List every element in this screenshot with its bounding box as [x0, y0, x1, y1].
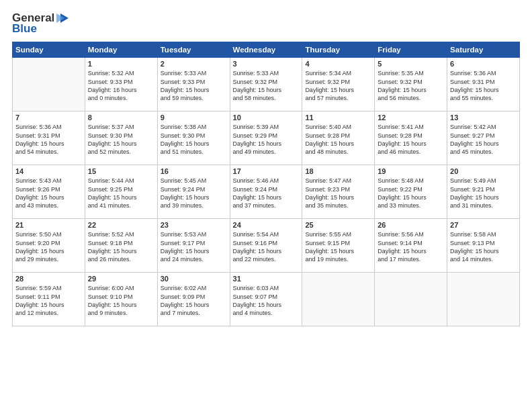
- day-number: 8: [88, 113, 154, 122]
- day-number: 6: [450, 60, 517, 68]
- calendar-cell: 6Sunrise: 5:36 AM Sunset: 9:31 PM Daylig…: [447, 58, 520, 111]
- weekday-header-wednesday: Wednesday: [230, 42, 302, 58]
- day-info: Sunrise: 5:52 AM Sunset: 9:18 PM Dayligh…: [88, 230, 154, 263]
- calendar-cell: 29Sunrise: 6:00 AM Sunset: 9:10 PM Dayli…: [85, 273, 157, 326]
- day-number: 16: [161, 167, 227, 175]
- day-info: Sunrise: 5:36 AM Sunset: 9:31 PM Dayligh…: [450, 69, 517, 102]
- day-info: Sunrise: 5:50 AM Sunset: 9:20 PM Dayligh…: [15, 230, 82, 263]
- logo: General Blue: [12, 12, 70, 35]
- calendar-cell: 17Sunrise: 5:46 AM Sunset: 9:24 PM Dayli…: [230, 165, 302, 219]
- day-number: 27: [450, 221, 517, 229]
- day-info: Sunrise: 5:34 AM Sunset: 9:32 PM Dayligh…: [305, 69, 371, 102]
- day-number: 1: [88, 60, 154, 68]
- day-number: 23: [161, 221, 227, 229]
- day-number: 2: [161, 60, 227, 68]
- day-info: Sunrise: 6:03 AM Sunset: 9:07 PM Dayligh…: [233, 284, 300, 317]
- day-info: Sunrise: 5:41 AM Sunset: 9:28 PM Dayligh…: [378, 123, 444, 156]
- header: General Blue: [12, 12, 520, 35]
- day-info: Sunrise: 5:36 AM Sunset: 9:31 PM Dayligh…: [15, 123, 82, 156]
- day-info: Sunrise: 5:58 AM Sunset: 9:13 PM Dayligh…: [450, 230, 517, 263]
- calendar-cell: [302, 273, 375, 326]
- day-info: Sunrise: 5:37 AM Sunset: 9:30 PM Dayligh…: [88, 123, 154, 156]
- day-number: 18: [305, 167, 371, 175]
- day-number: 4: [305, 60, 371, 68]
- weekday-header-friday: Friday: [375, 42, 447, 58]
- day-info: Sunrise: 5:35 AM Sunset: 9:32 PM Dayligh…: [378, 69, 444, 102]
- day-number: 12: [378, 113, 444, 122]
- day-number: 13: [450, 113, 517, 122]
- day-info: Sunrise: 5:40 AM Sunset: 9:28 PM Dayligh…: [305, 123, 371, 156]
- calendar-cell: 23Sunrise: 5:53 AM Sunset: 9:17 PM Dayli…: [157, 219, 230, 273]
- day-number: 14: [15, 167, 82, 175]
- calendar-cell: 3Sunrise: 5:33 AM Sunset: 9:32 PM Daylig…: [230, 58, 302, 111]
- day-number: 31: [233, 275, 300, 283]
- weekday-header-row: SundayMondayTuesdayWednesdayThursdayFrid…: [13, 42, 520, 58]
- calendar-cell: 2Sunrise: 5:33 AM Sunset: 9:33 PM Daylig…: [157, 58, 230, 111]
- calendar-cell: 22Sunrise: 5:52 AM Sunset: 9:18 PM Dayli…: [85, 219, 157, 273]
- calendar-cell: 24Sunrise: 5:54 AM Sunset: 9:16 PM Dayli…: [230, 219, 302, 273]
- calendar-cell: 10Sunrise: 5:39 AM Sunset: 9:29 PM Dayli…: [230, 111, 302, 165]
- calendar-cell: 31Sunrise: 6:03 AM Sunset: 9:07 PM Dayli…: [230, 273, 302, 326]
- calendar-cell: 12Sunrise: 5:41 AM Sunset: 9:28 PM Dayli…: [375, 111, 447, 165]
- day-number: 22: [88, 221, 154, 229]
- calendar-cell: 8Sunrise: 5:37 AM Sunset: 9:30 PM Daylig…: [85, 111, 157, 165]
- day-info: Sunrise: 5:42 AM Sunset: 9:27 PM Dayligh…: [450, 123, 517, 156]
- calendar-cell: 1Sunrise: 5:32 AM Sunset: 9:33 PM Daylig…: [85, 58, 157, 111]
- day-number: 25: [305, 221, 371, 229]
- calendar-cell: [447, 273, 520, 326]
- day-number: 5: [378, 60, 444, 68]
- day-number: 10: [233, 113, 300, 122]
- day-number: 26: [378, 221, 444, 229]
- calendar-cell: 11Sunrise: 5:40 AM Sunset: 9:28 PM Dayli…: [302, 111, 375, 165]
- calendar-cell: 4Sunrise: 5:34 AM Sunset: 9:32 PM Daylig…: [302, 58, 375, 111]
- weekday-header-tuesday: Tuesday: [157, 42, 230, 58]
- day-info: Sunrise: 5:47 AM Sunset: 9:23 PM Dayligh…: [305, 177, 371, 210]
- calendar: SundayMondayTuesdayWednesdayThursdayFrid…: [12, 42, 520, 326]
- logo-blue: Blue: [12, 23, 70, 36]
- day-number: 29: [88, 275, 154, 283]
- day-info: Sunrise: 5:32 AM Sunset: 9:33 PM Dayligh…: [88, 69, 154, 102]
- day-info: Sunrise: 5:54 AM Sunset: 9:16 PM Dayligh…: [233, 230, 300, 263]
- weekday-header-saturday: Saturday: [447, 42, 520, 58]
- weekday-header-sunday: Sunday: [13, 42, 85, 58]
- calendar-cell: 5Sunrise: 5:35 AM Sunset: 9:32 PM Daylig…: [375, 58, 447, 111]
- calendar-cell: 27Sunrise: 5:58 AM Sunset: 9:13 PM Dayli…: [447, 219, 520, 273]
- day-info: Sunrise: 5:46 AM Sunset: 9:24 PM Dayligh…: [233, 177, 300, 210]
- day-info: Sunrise: 5:49 AM Sunset: 9:21 PM Dayligh…: [450, 177, 517, 210]
- week-row-4: 21Sunrise: 5:50 AM Sunset: 9:20 PM Dayli…: [13, 219, 520, 273]
- day-number: 15: [88, 167, 154, 175]
- day-number: 28: [15, 275, 82, 283]
- calendar-cell: 21Sunrise: 5:50 AM Sunset: 9:20 PM Dayli…: [13, 219, 85, 273]
- day-info: Sunrise: 5:39 AM Sunset: 9:29 PM Dayligh…: [233, 123, 300, 156]
- calendar-cell: 13Sunrise: 5:42 AM Sunset: 9:27 PM Dayli…: [447, 111, 520, 165]
- week-row-5: 28Sunrise: 5:59 AM Sunset: 9:11 PM Dayli…: [13, 273, 520, 326]
- calendar-cell: 20Sunrise: 5:49 AM Sunset: 9:21 PM Dayli…: [447, 165, 520, 219]
- calendar-cell: 15Sunrise: 5:44 AM Sunset: 9:25 PM Dayli…: [85, 165, 157, 219]
- day-info: Sunrise: 5:43 AM Sunset: 9:26 PM Dayligh…: [15, 177, 82, 210]
- day-info: Sunrise: 5:53 AM Sunset: 9:17 PM Dayligh…: [161, 230, 227, 263]
- day-info: Sunrise: 5:38 AM Sunset: 9:30 PM Dayligh…: [161, 123, 227, 156]
- calendar-cell: 16Sunrise: 5:45 AM Sunset: 9:24 PM Dayli…: [157, 165, 230, 219]
- calendar-cell: 18Sunrise: 5:47 AM Sunset: 9:23 PM Dayli…: [302, 165, 375, 219]
- weekday-header-thursday: Thursday: [302, 42, 375, 58]
- calendar-cell: 30Sunrise: 6:02 AM Sunset: 9:09 PM Dayli…: [157, 273, 230, 326]
- calendar-cell: 7Sunrise: 5:36 AM Sunset: 9:31 PM Daylig…: [13, 111, 85, 165]
- week-row-3: 14Sunrise: 5:43 AM Sunset: 9:26 PM Dayli…: [13, 165, 520, 219]
- calendar-cell: 19Sunrise: 5:48 AM Sunset: 9:22 PM Dayli…: [375, 165, 447, 219]
- day-number: 11: [305, 113, 371, 122]
- day-info: Sunrise: 5:33 AM Sunset: 9:33 PM Dayligh…: [161, 69, 227, 102]
- day-info: Sunrise: 6:02 AM Sunset: 9:09 PM Dayligh…: [161, 284, 227, 317]
- calendar-cell: 14Sunrise: 5:43 AM Sunset: 9:26 PM Dayli…: [13, 165, 85, 219]
- day-number: 30: [161, 275, 227, 283]
- day-number: 9: [161, 113, 227, 122]
- calendar-cell: 25Sunrise: 5:55 AM Sunset: 9:15 PM Dayli…: [302, 219, 375, 273]
- calendar-cell: 26Sunrise: 5:56 AM Sunset: 9:14 PM Dayli…: [375, 219, 447, 273]
- calendar-cell: [375, 273, 447, 326]
- day-info: Sunrise: 5:48 AM Sunset: 9:22 PM Dayligh…: [378, 177, 444, 210]
- day-number: 20: [450, 167, 517, 175]
- week-row-1: 1Sunrise: 5:32 AM Sunset: 9:33 PM Daylig…: [13, 58, 520, 111]
- weekday-header-monday: Monday: [85, 42, 157, 58]
- day-number: 7: [15, 113, 82, 122]
- day-number: 19: [378, 167, 444, 175]
- calendar-cell: [13, 58, 85, 111]
